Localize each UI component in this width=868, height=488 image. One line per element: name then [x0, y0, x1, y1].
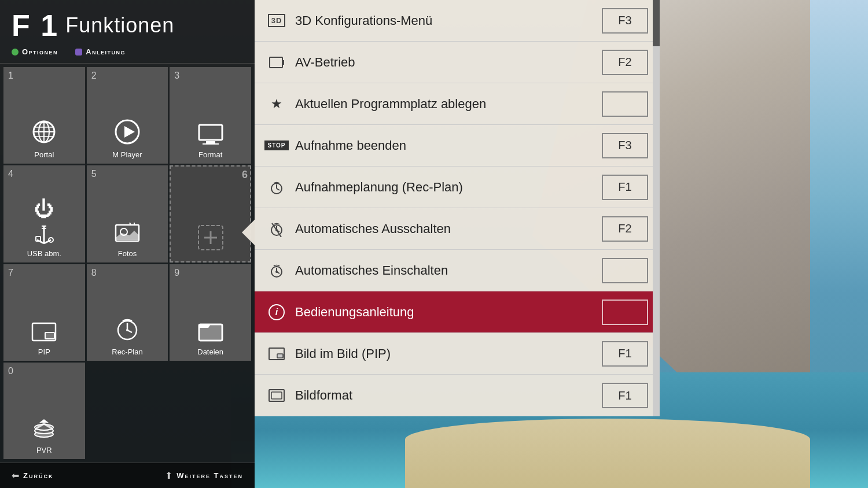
grid-item-pvr[interactable]: 0 PVR	[3, 363, 85, 459]
grid-item-dateien[interactable]: 9 Dateien	[170, 264, 251, 361]
grid-number-4: 4	[8, 169, 13, 179]
back-button[interactable]: ⬅ Zurück	[12, 470, 53, 481]
grid-item-format[interactable]: 3 Format	[170, 67, 251, 164]
menu-item-bildformat[interactable]: Bildformat F1	[255, 375, 660, 416]
sidebar: F 1 Funktionen Optionen Anleitung 1	[0, 0, 255, 488]
grid-label-recplan: Rec-Plan	[112, 347, 142, 356]
menu-text-3d-config: 3D Konfigurations-Menü	[295, 13, 602, 28]
menu-key-auto-einschalten	[602, 258, 648, 283]
icon-auto-on	[266, 263, 287, 279]
sidebar-header: F 1 Funktionen Optionen Anleitung	[0, 0, 255, 64]
menu-key-bildformat: F1	[602, 383, 648, 408]
add-icon	[196, 223, 225, 252]
arrow-indicator	[242, 220, 255, 245]
menu-key-bedienungsanleitung	[602, 300, 648, 325]
menu-key-aufnahmeplanung: F1	[602, 175, 648, 200]
svg-rect-11	[203, 143, 219, 145]
grid-item-usb[interactable]: 4 ⏻ USB abm.	[3, 165, 85, 262]
grid-item-pip[interactable]: 7 PIP	[3, 264, 85, 361]
grid-item-portal[interactable]: 1 Portal	[3, 67, 85, 164]
menu-key-aufnahme-beenden: F3	[602, 133, 648, 158]
grid-number-5: 5	[91, 169, 97, 179]
menu-item-av[interactable]: AV-Betrieb F2	[255, 42, 660, 83]
optionen-label: Optionen	[22, 47, 58, 56]
anleitung-option[interactable]: Anleitung	[75, 47, 126, 56]
menu-item-aktuellen[interactable]: ★ Aktuellen Programmplatz ablegen	[255, 83, 660, 125]
menu-item-auto-einschalten[interactable]: Automatisches Einschalten	[255, 250, 660, 291]
usb-icon: ⏻	[34, 198, 54, 220]
icon-av	[266, 56, 287, 69]
usb-icon2	[31, 224, 57, 246]
format-icon	[198, 124, 223, 147]
menu-key-pip: F1	[602, 341, 648, 367]
more-icon: ⬆	[165, 470, 173, 481]
mplayer-icon	[115, 119, 140, 147]
grid-label-format: Format	[198, 150, 222, 159]
grid-item-mplayer[interactable]: 2 M Player	[87, 67, 168, 164]
functions-grid: 1 Portal 2	[0, 64, 255, 463]
recplan-icon	[115, 316, 140, 344]
grid-label-dateien: Dateien	[197, 347, 223, 356]
beach-decoration	[405, 419, 810, 488]
icon-auto-off	[266, 221, 287, 237]
grid-item-fotos[interactable]: 5 Fotos	[87, 165, 168, 262]
anleitung-dot	[75, 49, 82, 56]
scrollbar[interactable]	[653, 0, 660, 416]
icon-star: ★	[266, 97, 287, 112]
icon-bildformat	[266, 389, 287, 402]
pip-icon	[31, 322, 57, 344]
menu-key-av: F2	[602, 50, 648, 75]
menu-text-auto-einschalten: Automatisches Einschalten	[295, 263, 602, 278]
svg-rect-56	[271, 392, 282, 399]
menu-key-aktuellen	[602, 91, 648, 117]
menu-item-pip[interactable]: Bild im Bild (PIP) F1	[255, 333, 660, 375]
menu-item-aufnahmeplanung[interactable]: Aufnahmeplanung (Rec-Plan) F1	[255, 167, 660, 208]
portal-icon	[31, 119, 57, 147]
svg-line-43	[277, 188, 279, 190]
f1-label: F 1	[12, 10, 58, 40]
more-keys-button[interactable]: ⬆ Weitere Tasten	[165, 470, 243, 481]
scrollbar-thumb	[653, 0, 660, 46]
svg-marker-38	[39, 419, 49, 423]
anleitung-label: Anleitung	[86, 47, 126, 56]
grid-number-9: 9	[174, 268, 179, 278]
menu-text-auto-ausschalten: Automatisches Ausschalten	[295, 221, 602, 236]
icon-pip-menu	[266, 347, 287, 360]
optionen-dot	[12, 49, 19, 56]
back-icon: ⬅	[12, 470, 20, 481]
grid-label-mplayer: M Player	[112, 150, 142, 159]
grid-label-pvr: PVR	[36, 446, 52, 454]
svg-rect-9	[199, 125, 222, 140]
menu-panel: 3D 3D Konfigurations-Menü F3 AV-Betrieb …	[255, 0, 660, 416]
svg-rect-54	[277, 354, 283, 358]
optionen-option[interactable]: Optionen	[12, 47, 58, 56]
badge-6: 6	[242, 169, 248, 181]
menu-item-aufnahme-beenden[interactable]: STOP Aufnahme beenden F3	[255, 125, 660, 167]
grid-label-fotos: Fotos	[118, 249, 137, 258]
grid-number-0: 0	[8, 366, 13, 376]
grid-item-recplan[interactable]: 8 Rec-Plan	[87, 264, 168, 361]
svg-marker-8	[124, 126, 135, 138]
menu-item-auto-ausschalten[interactable]: Automatisches Ausschalten F2	[255, 208, 660, 250]
grid-item-add[interactable]: 6	[170, 165, 251, 262]
menu-key-3d-config: F3	[602, 8, 648, 34]
icon-info: i	[266, 304, 287, 320]
grid-number-7: 7	[8, 268, 13, 278]
svg-point-52	[275, 271, 278, 273]
more-label: Weitere Tasten	[176, 471, 243, 480]
grid-number-2: 2	[91, 71, 97, 81]
svg-rect-28	[45, 332, 54, 339]
menu-text-bedienungsanleitung: Bedienungsanleitung	[295, 305, 602, 320]
menu-text-aufnahmeplanung: Aufnahmeplanung (Rec-Plan)	[295, 180, 602, 195]
dateien-icon	[198, 320, 223, 344]
icon-stop: STOP	[266, 141, 287, 150]
grid-label-portal: Portal	[34, 150, 54, 159]
menu-text-pip: Bild im Bild (PIP)	[295, 346, 602, 361]
menu-item-3d-config[interactable]: 3D 3D Konfigurations-Menü F3	[255, 0, 660, 42]
menu-text-aufnahme-beenden: Aufnahme beenden	[295, 138, 602, 153]
menu-text-aktuellen: Aktuellen Programmplatz ablegen	[295, 97, 602, 112]
icon-3d: 3D	[266, 14, 287, 27]
menu-item-bedienungsanleitung[interactable]: i Bedienungsanleitung	[255, 291, 660, 333]
grid-number-3: 3	[174, 71, 179, 81]
funktionen-label: Funktionen	[65, 13, 174, 38]
